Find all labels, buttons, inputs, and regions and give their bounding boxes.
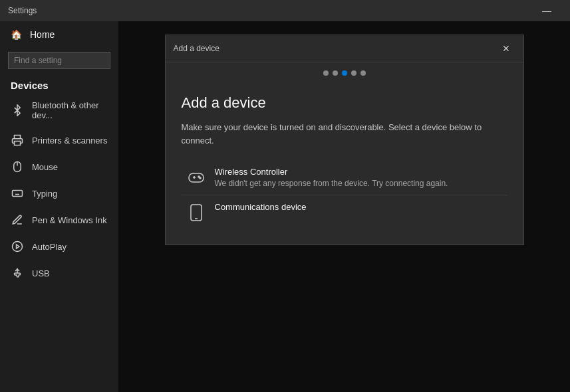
device-name-wireless: Wireless Controller — [215, 167, 448, 177]
app-title: Settings — [8, 6, 531, 15]
mouse-icon — [11, 160, 24, 173]
sidebar-item-autoplay[interactable]: AutoPlay — [0, 233, 118, 260]
sidebar-item-bluetooth[interactable]: Bluetooth & other dev... — [0, 94, 118, 127]
svg-rect-11 — [189, 173, 204, 182]
modal-titlebar: Add a device ✕ — [166, 35, 523, 62]
device-item-communications[interactable]: Communications device — [182, 195, 507, 229]
modal-heading: Add a device — [182, 94, 507, 112]
dot-2 — [333, 70, 338, 76]
svg-rect-3 — [13, 191, 23, 197]
dot-5 — [360, 70, 366, 76]
title-bar-controls: — — [531, 0, 562, 21]
home-label: Home — [30, 29, 55, 40]
printer-icon — [11, 134, 24, 147]
usb-icon — [11, 266, 24, 280]
dot-4 — [351, 70, 356, 76]
modal-description: Make sure your device is turned on and d… — [182, 121, 507, 147]
sidebar-item-label: Mouse — [32, 162, 58, 172]
modal-title: Add a device — [174, 44, 497, 53]
device-wireless-info: Wireless Controller We didn't get any re… — [215, 167, 448, 188]
gamepad-icon — [187, 168, 206, 187]
app-container: 🏠 Home Devices Bluetooth & other dev... — [0, 21, 570, 392]
sidebar-search-container — [8, 52, 110, 69]
loading-dots — [166, 62, 523, 81]
sidebar-item-label: Typing — [32, 189, 57, 199]
sidebar: 🏠 Home Devices Bluetooth & other dev... — [0, 21, 118, 392]
sidebar-item-label: USB — [32, 268, 50, 278]
sidebar-item-pen[interactable]: Pen & Windows Ink — [0, 207, 118, 233]
sidebar-home[interactable]: 🏠 Home — [0, 21, 118, 48]
sidebar-item-typing[interactable]: Typing — [0, 180, 118, 207]
phone-icon — [187, 203, 206, 222]
svg-point-15 — [200, 177, 201, 179]
autoplay-icon — [11, 240, 24, 253]
pen-icon — [11, 213, 24, 227]
sidebar-item-printers[interactable]: Printers & scanners — [0, 127, 118, 153]
device-status-wireless: We didn't get any response from the devi… — [215, 179, 448, 188]
svg-rect-0 — [15, 142, 21, 146]
modal-close-button[interactable]: ✕ — [497, 41, 515, 56]
device-communications-info: Communications device — [215, 202, 307, 214]
add-device-modal: Add a device ✕ Add a device Make sure yo… — [165, 35, 524, 245]
minimize-button[interactable]: — — [531, 0, 562, 21]
sidebar-item-label: Bluetooth & other dev... — [32, 100, 108, 120]
svg-point-14 — [198, 176, 200, 177]
keyboard-icon — [11, 187, 24, 200]
content-area: Add a device ✕ Add a device Make sure yo… — [118, 21, 570, 392]
search-input[interactable] — [8, 52, 110, 69]
home-icon: 🏠 — [11, 29, 22, 40]
title-bar: Settings — — [0, 0, 570, 21]
sidebar-item-label: AutoPlay — [32, 242, 67, 252]
device-name-communications: Communications device — [215, 202, 307, 212]
dot-3 — [342, 70, 347, 76]
modal-body: Add a device Make sure your device is tu… — [166, 81, 523, 245]
svg-point-9 — [13, 242, 23, 252]
sidebar-item-mouse[interactable]: Mouse — [0, 153, 118, 180]
svg-marker-10 — [17, 245, 20, 248]
device-item-wireless-controller[interactable]: Wireless Controller We didn't get any re… — [182, 160, 507, 195]
dot-1 — [323, 70, 329, 76]
modal-overlay: Add a device ✕ Add a device Make sure yo… — [118, 21, 570, 392]
sidebar-section-title: Devices — [0, 74, 118, 94]
sidebar-item-label: Printers & scanners — [32, 136, 107, 146]
sidebar-item-usb[interactable]: USB — [0, 260, 118, 286]
sidebar-item-label: Pen & Windows Ink — [32, 215, 107, 225]
bluetooth-icon — [11, 104, 24, 117]
